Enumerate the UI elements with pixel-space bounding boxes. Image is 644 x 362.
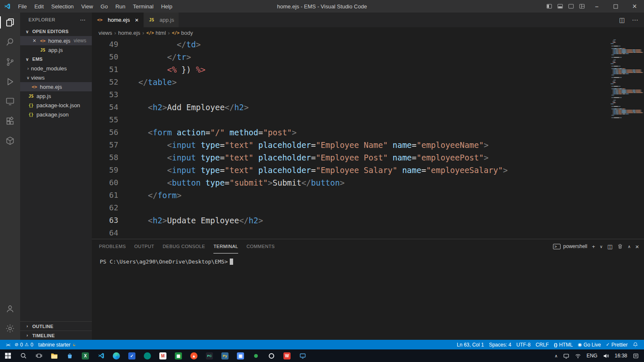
tray-display-icon[interactable] [563, 353, 569, 359]
menu-file[interactable]: File [14, 0, 31, 13]
section-timeline[interactable]: ›TIMELINE [20, 331, 92, 340]
open-editors-header[interactable]: ∨ OPEN EDITORS [20, 27, 92, 36]
menu-help[interactable]: Help [157, 0, 176, 13]
tree-item-package-lock-json[interactable]: {}package-lock.json [20, 101, 92, 110]
close-panel-icon[interactable]: × [635, 243, 639, 250]
taskbar-green-dot-icon[interactable] [248, 349, 264, 362]
minimap[interactable] [605, 39, 644, 239]
taskbar-file-explorer-icon[interactable] [47, 349, 62, 362]
tray-network-icon[interactable] [575, 353, 581, 359]
run-and-debug-icon[interactable] [0, 72, 20, 91]
taskbar-python-icon[interactable]: Py [217, 349, 233, 362]
tab-home-ejs[interactable]: <>home.ejs× [92, 13, 144, 27]
tree-item-home-ejs[interactable]: <>home.ejs [20, 82, 92, 91]
taskbar-wps-icon[interactable]: W [279, 349, 295, 362]
code-line[interactable]: 51 <% }) %> [92, 63, 644, 76]
code-line[interactable]: 60 <button type="submit">Submit</button> [92, 176, 644, 189]
close-editor-icon[interactable]: × [32, 37, 39, 44]
code-line[interactable]: 64 [92, 227, 644, 239]
more-actions-icon[interactable]: ⋯ [632, 16, 638, 24]
status-tabnine[interactable]: tabnine starter [36, 340, 79, 349]
status-cursor-position[interactable]: Ln 63, Col 1 [454, 340, 486, 349]
taskbar-ring-app-icon[interactable] [264, 349, 279, 362]
project-root-header[interactable]: ∨ EMS [20, 54, 92, 64]
code-line[interactable]: 59 <input type="text" placeholder="Emplo… [92, 164, 644, 176]
menu-run[interactable]: Run [112, 0, 129, 13]
status-encoding[interactable]: UTF-8 [514, 340, 533, 349]
explorer-icon[interactable] [0, 13, 20, 32]
taskbar-vscode-icon[interactable] [93, 349, 109, 362]
open-editor-app-js[interactable]: JSapp.js [20, 45, 92, 54]
account-icon[interactable] [0, 299, 20, 318]
taskbar-start-icon[interactable] [0, 349, 16, 362]
split-terminal-icon[interactable]: ◫ [608, 243, 613, 250]
status-prettier[interactable]: ✓Prettier [603, 340, 630, 349]
code-line[interactable]: 62 [92, 202, 644, 214]
terminal-dropdown-icon[interactable]: ∨ [600, 244, 602, 249]
maximize-panel-icon[interactable]: ∧ [628, 244, 631, 249]
tree-item-package-json[interactable]: {}package.json [20, 110, 92, 119]
toggle-panel-icon[interactable] [555, 0, 566, 13]
settings-icon[interactable] [0, 318, 20, 338]
cube-icon[interactable] [0, 131, 20, 150]
search-icon[interactable] [0, 32, 20, 52]
maximize-button[interactable] [606, 0, 625, 13]
tray-volume-icon[interactable] [603, 353, 609, 359]
remote-explorer-icon[interactable] [0, 91, 20, 111]
code-line[interactable]: 55 [92, 114, 644, 126]
status-notifications[interactable] [630, 340, 641, 349]
status-language-mode[interactable]: {}HTML [551, 340, 575, 349]
taskbar-store-icon[interactable] [62, 349, 78, 362]
code-line[interactable]: 54 <h2>Add Employee</h2> [92, 101, 644, 114]
taskbar-drive-icon[interactable]: ▣ [233, 349, 248, 362]
section-outline[interactable]: ›OUTLINE [20, 321, 92, 331]
breadcrumb-html[interactable]: </>html [146, 30, 166, 36]
toggle-secondary-sidebar-icon[interactable] [566, 0, 576, 13]
taskbar-search-icon[interactable] [16, 349, 31, 362]
panel-tab-comments[interactable]: COMMENTS [247, 239, 275, 253]
tray-language[interactable]: ENG [587, 353, 597, 359]
taskbar-sheets-icon[interactable]: ▦ [171, 349, 186, 362]
tree-item-views[interactable]: ∨views [20, 73, 92, 82]
status-go-live[interactable]: ◉Go Live [575, 340, 603, 349]
split-editor-icon[interactable]: ◫ [619, 16, 625, 24]
close-button[interactable]: × [625, 0, 644, 13]
open-editor-home-ejs[interactable]: ×<>home.ejsviews [20, 36, 92, 45]
extensions-icon[interactable] [0, 111, 20, 131]
close-tab-icon[interactable]: × [135, 16, 139, 23]
menu-edit[interactable]: Edit [31, 0, 47, 13]
tray-chevron-up-icon[interactable]: ∧ [555, 354, 558, 358]
terminal-shell-label[interactable]: >_ powershell [553, 243, 587, 249]
panel-tab-problems[interactable]: PROBLEMS [99, 239, 126, 253]
status-indentation[interactable]: Spaces: 4 [486, 340, 514, 349]
breadcrumb-views[interactable]: views [99, 30, 112, 36]
panel-tab-output[interactable]: OUTPUT [134, 239, 154, 253]
tray-clock[interactable]: 16:38 [615, 353, 627, 359]
code-line[interactable]: 58 <input type="text" placeholder="Emplo… [92, 151, 644, 164]
code-editor[interactable]: 49 </td>50 </tr>51 <% }) %>52 </table>53… [92, 38, 644, 239]
taskbar-todo-icon[interactable]: ✓ [124, 349, 140, 362]
terminal-output[interactable]: PS C:\Users\ag290\OneDrive\Desktop\EMS> [92, 253, 644, 265]
code-line[interactable]: 56 <form action="/" method="post"> [92, 126, 644, 139]
status-eol[interactable]: CRLF [533, 340, 551, 349]
taskbar-gmail-icon[interactable]: M [155, 349, 171, 362]
tree-item-node-modules[interactable]: ›node_modules [20, 64, 92, 73]
taskbar-brave-icon[interactable]: ▲ [186, 349, 202, 362]
tray-notification-icon[interactable] [633, 353, 639, 359]
panel-tab-terminal[interactable]: TERMINAL [213, 239, 238, 253]
code-line[interactable]: 63 <h2>Update Employee</h2> [92, 214, 644, 227]
minimize-button[interactable]: − [587, 0, 606, 13]
panel-tab-debug-console[interactable]: DEBUG CONSOLE [163, 239, 205, 253]
taskbar-pycharm-icon[interactable]: PC [202, 349, 217, 362]
menu-view[interactable]: View [78, 0, 97, 13]
customize-layout-icon[interactable] [576, 0, 587, 13]
toggle-primary-sidebar-icon[interactable] [544, 0, 555, 13]
new-terminal-icon[interactable]: + [592, 243, 595, 250]
source-control-icon[interactable] [0, 52, 20, 72]
status-remote-indicator[interactable]: >< [3, 340, 12, 349]
taskbar-media-icon[interactable] [295, 349, 310, 362]
code-line[interactable]: 57 <input type="text" placeholder="Emplo… [92, 139, 644, 151]
code-line[interactable]: 49 </td> [92, 38, 644, 51]
code-line[interactable]: 53 [92, 88, 644, 101]
tree-item-app-js[interactable]: JSapp.js [20, 91, 92, 101]
